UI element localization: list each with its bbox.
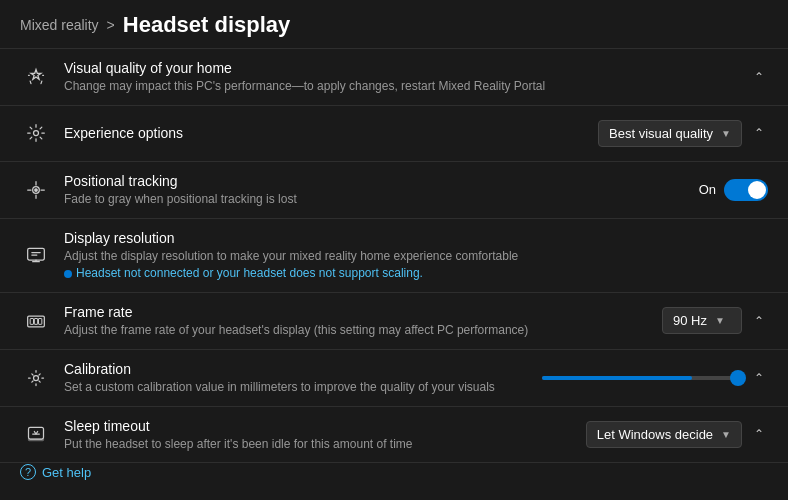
settings-list: Visual quality of your home Change may i… [0,48,788,463]
sleep-timeout-dropdown-value: Let Windows decide [597,427,713,442]
experience-options-content: Experience options [64,124,586,142]
help-icon: ? [20,464,36,480]
calibration-control: ⌃ [542,367,768,389]
positional-tracking-desc: Fade to gray when positional tracking is… [64,192,687,208]
sleep-timeout-control[interactable]: Let Windows decide ▼ ⌃ [586,421,768,448]
experience-options-control[interactable]: Best visual quality ▼ ⌃ [598,120,768,147]
setting-row-positional-tracking: Positional tracking Fade to gray when po… [0,161,788,218]
sleep-timeout-icon [20,424,52,444]
frame-rate-content: Frame rate Adjust the frame rate of your… [64,303,650,339]
frame-rate-control[interactable]: 90 Hz ▼ ⌃ [662,307,768,334]
calibration-desc: Set a custom calibration value in millim… [64,380,530,396]
calibration-slider-container[interactable] [542,376,742,380]
dropdown-arrow-icon: ▼ [721,429,731,440]
calibration-icon [20,368,52,388]
page-title: Headset display [123,12,291,38]
svg-point-8 [34,375,39,380]
positional-tracking-content: Positional tracking Fade to gray when po… [64,172,687,208]
sleep-timeout-desc: Put the headset to sleep after it's been… [64,437,574,453]
setting-row-frame-rate: Frame rate Adjust the frame rate of your… [0,292,788,349]
positional-tracking-toggle[interactable] [724,179,768,201]
visual-quality-expand-button[interactable]: ⌃ [750,66,768,88]
positional-tracking-toggle-label: On [699,182,716,197]
experience-options-expand-button[interactable]: ⌃ [750,122,768,144]
sleep-timeout-content: Sleep timeout Put the headset to sleep a… [64,417,574,453]
frame-rate-dropdown-value: 90 Hz [673,313,707,328]
get-help-label: Get help [42,465,91,480]
page-header: Mixed reality > Headset display [0,0,788,48]
svg-point-2 [35,188,38,191]
frame-rate-desc: Adjust the frame rate of your headset's … [64,323,650,339]
svg-point-0 [34,131,39,136]
visual-quality-title: Visual quality of your home [64,59,738,77]
calibration-expand-button[interactable]: ⌃ [750,367,768,389]
calibration-title: Calibration [64,360,530,378]
visual-quality-desc: Change may impact this PC's performance—… [64,79,738,95]
display-resolution-warning-text: Headset not connected or your headset do… [76,266,423,282]
warning-dot-icon [64,270,72,278]
display-resolution-title: Display resolution [64,229,768,247]
svg-rect-7 [39,318,42,324]
svg-rect-5 [30,318,33,324]
visual-quality-control: ⌃ [750,66,768,88]
calibration-slider-track[interactable] [542,376,742,380]
frame-rate-dropdown[interactable]: 90 Hz ▼ [662,307,742,334]
display-resolution-warning: Headset not connected or your headset do… [64,266,768,282]
sleep-timeout-expand-button[interactable]: ⌃ [750,423,768,445]
experience-options-dropdown-value: Best visual quality [609,126,713,141]
frame-rate-title: Frame rate [64,303,650,321]
calibration-slider-fill [542,376,692,380]
positional-tracking-icon [20,180,52,200]
positional-tracking-title: Positional tracking [64,172,687,190]
breadcrumb[interactable]: Mixed reality [20,17,99,33]
calibration-slider-thumb[interactable] [730,370,746,386]
display-resolution-icon [20,245,52,265]
sleep-timeout-dropdown[interactable]: Let Windows decide ▼ [586,421,742,448]
setting-row-calibration: Calibration Set a custom calibration val… [0,349,788,406]
positional-tracking-toggle-container: On [699,179,768,201]
sleep-timeout-title: Sleep timeout [64,417,574,435]
display-resolution-content: Display resolution Adjust the display re… [64,229,768,282]
visual-quality-icon [20,67,52,87]
setting-row-experience-options: Experience options Best visual quality ▼… [0,105,788,161]
breadcrumb-separator: > [107,17,115,33]
calibration-content: Calibration Set a custom calibration val… [64,360,530,396]
setting-row-sleep-timeout: Sleep timeout Put the headset to sleep a… [0,406,788,464]
get-help-link[interactable]: ? Get help [0,452,111,492]
svg-rect-6 [34,318,37,324]
visual-quality-content: Visual quality of your home Change may i… [64,59,738,95]
frame-rate-expand-button[interactable]: ⌃ [750,310,768,332]
svg-rect-3 [28,249,45,261]
setting-row-visual-quality: Visual quality of your home Change may i… [0,48,788,105]
experience-options-title: Experience options [64,124,586,142]
dropdown-arrow-icon: ▼ [721,128,731,139]
dropdown-arrow-icon: ▼ [715,315,725,326]
experience-options-dropdown[interactable]: Best visual quality ▼ [598,120,742,147]
display-resolution-desc: Adjust the display resolution to make yo… [64,249,768,265]
positional-tracking-control: On [699,179,768,201]
setting-row-display-resolution: Display resolution Adjust the display re… [0,218,788,292]
frame-rate-icon [20,311,52,331]
experience-options-icon [20,123,52,143]
